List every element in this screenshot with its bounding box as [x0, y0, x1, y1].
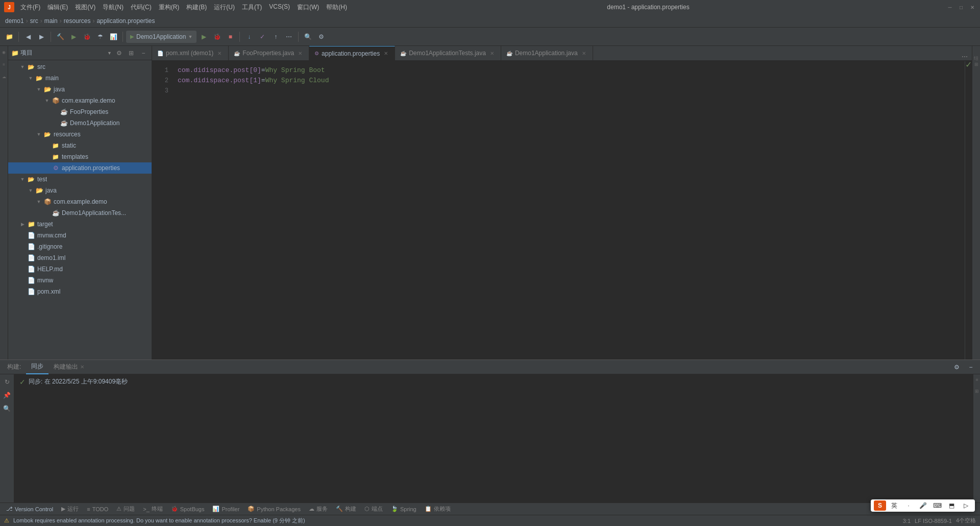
- menu-window[interactable]: 窗口(W): [294, 2, 322, 13]
- tree-item-src[interactable]: ▼ 📂 src: [8, 61, 152, 73]
- right-sidebar-icon-1[interactable]: 结: [972, 48, 981, 56]
- right-sidebar-icon-2[interactable]: ⊞: [972, 60, 981, 68]
- tab-demo1app[interactable]: ☕ Demo1Application.java ✕: [501, 46, 593, 60]
- status-indent[interactable]: 4个空格: [956, 517, 976, 524]
- menu-view[interactable]: 视图(V): [72, 2, 99, 13]
- tool-todo[interactable]: ≡ TODO: [83, 504, 112, 515]
- menu-code[interactable]: 代码(C): [128, 2, 155, 13]
- menu-build[interactable]: 构建(B): [183, 2, 210, 13]
- menu-navigate[interactable]: 导航(N): [100, 2, 127, 13]
- toolbar-settings-btn[interactable]: ⚙: [315, 31, 327, 43]
- menu-refactor[interactable]: 重构(R): [156, 2, 183, 13]
- tree-item-test[interactable]: ▼ 📂 test: [8, 174, 152, 185]
- tab-close-foo[interactable]: ✕: [297, 50, 304, 57]
- bottom-tab-build[interactable]: 构建:: [2, 360, 26, 374]
- tab-demo1tests[interactable]: ☕ Demo1ApplicationTests.java ✕: [395, 46, 501, 60]
- toolbar-back-btn[interactable]: ◀: [22, 31, 34, 43]
- ime-keyboard[interactable]: ⌨: [931, 500, 943, 511]
- tab-close-tests[interactable]: ✕: [488, 50, 496, 57]
- breadcrumb-resources[interactable]: resources: [64, 17, 91, 25]
- tree-item-app-props[interactable]: ▶ ⚙ application.properties: [8, 162, 152, 174]
- tree-item-static[interactable]: ▶ 📁 static: [8, 140, 152, 151]
- breadcrumb-current[interactable]: application.properties: [96, 17, 155, 25]
- toolbar-build-btn[interactable]: 🔨: [54, 31, 66, 43]
- tree-item-main[interactable]: ▼ 📂 main: [8, 73, 152, 84]
- tool-endpoints[interactable]: ⬡ 端点: [360, 504, 387, 515]
- toolbar-vcs-commit-btn[interactable]: ✓: [256, 31, 268, 43]
- tree-item-mvnwcmd[interactable]: 📄 mvnw.cmd: [8, 230, 152, 241]
- bottom-right-icon-2[interactable]: ⊞: [971, 386, 981, 397]
- toolbar-run-btn[interactable]: ▶: [67, 31, 80, 43]
- bottom-filter-btn[interactable]: 🔍: [2, 403, 13, 414]
- menu-help[interactable]: 帮助(H): [323, 2, 350, 13]
- tab-close-pom[interactable]: ✕: [216, 50, 223, 57]
- menu-tools[interactable]: 工具(T): [239, 2, 265, 13]
- tree-item-demo1iml[interactable]: 📄 demo1.iml: [8, 252, 152, 264]
- ime-mic[interactable]: 🎤: [917, 500, 929, 511]
- ime-settings2[interactable]: ⬒: [945, 500, 958, 511]
- tree-item-test-java[interactable]: ▼ 📂 java: [8, 185, 152, 196]
- tool-dependencies[interactable]: 📋 依赖项: [421, 504, 455, 515]
- tree-item-target[interactable]: ▶ 📁 target: [8, 219, 152, 230]
- toolbar-vcs-update-btn[interactable]: ↓: [243, 31, 255, 43]
- left-sidebar-icon-3[interactable]: ☁: [0, 73, 8, 81]
- tree-item-templates[interactable]: ▶ 📁 templates: [8, 151, 152, 162]
- toolbar-vcs-more-btn[interactable]: ⋯: [283, 31, 295, 43]
- bottom-pin-btn[interactable]: 📌: [2, 390, 13, 401]
- tree-item-resources[interactable]: ▼ 📂 resources: [8, 129, 152, 140]
- tool-spring[interactable]: 🍃 Spring: [387, 504, 421, 515]
- tree-item-pomxml[interactable]: 📄 pom.xml: [8, 286, 152, 297]
- panel-collapse-btn[interactable]: −: [138, 48, 149, 58]
- tool-services[interactable]: ☁ 服务: [305, 504, 332, 515]
- code-content[interactable]: com.didispace.post[0]=Why Spring Boot co…: [173, 61, 965, 360]
- run-config-selector[interactable]: ▶ Demo1Application ▼: [126, 31, 197, 43]
- tab-app-props[interactable]: ⚙ application.properties ✕: [309, 46, 395, 60]
- breadcrumb-main[interactable]: main: [44, 17, 58, 25]
- toolbar-coverage-btn[interactable]: ☂: [94, 31, 106, 43]
- tool-python-packages[interactable]: 📦 Python Packages: [243, 504, 305, 515]
- breadcrumb-src[interactable]: src: [30, 17, 38, 25]
- tool-spotbugs[interactable]: 🐞 SpotBugs: [167, 504, 209, 515]
- tool-build[interactable]: 🔨 构建: [332, 504, 360, 515]
- status-position[interactable]: 3:1: [903, 518, 911, 524]
- tree-item-mvnw[interactable]: 📄 mvnw: [8, 275, 152, 286]
- tree-item-demo1app[interactable]: ▶ ☕ Demo1Application: [8, 117, 152, 129]
- toolbar-debug-app-btn[interactable]: 🐞: [211, 31, 223, 43]
- tree-item-demo1tests[interactable]: ▶ ☕ Demo1ApplicationTes...: [8, 207, 152, 219]
- tree-item-package[interactable]: ▼ 📦 com.example.demo: [8, 95, 152, 106]
- tool-run[interactable]: ▶ 运行: [57, 504, 83, 515]
- tree-item-fooproperties[interactable]: ▶ ☕ FooProperties: [8, 106, 152, 117]
- toolbar-forward-btn[interactable]: ▶: [35, 31, 47, 43]
- breadcrumb-project[interactable]: demo1: [5, 17, 24, 25]
- toolbar-open-btn[interactable]: 📁: [3, 31, 15, 43]
- tab-more-btn[interactable]: ⋯: [958, 53, 972, 60]
- tree-item-gitignore[interactable]: 📄 .gitignore: [8, 241, 152, 252]
- ime-chinese[interactable]: 英: [888, 500, 900, 511]
- toolbar-run-app-btn[interactable]: ▶: [198, 31, 210, 43]
- left-sidebar-icon-2[interactable]: ≡: [0, 60, 8, 68]
- tool-problems[interactable]: ⚠ 问题: [112, 504, 139, 515]
- tool-terminal[interactable]: >_ 终端: [139, 504, 167, 515]
- tab-close-demo1app[interactable]: ✕: [580, 50, 587, 57]
- tool-version-control[interactable]: ⎇ Version Control: [2, 504, 57, 515]
- status-encoding[interactable]: LF ISO-8859-1: [915, 518, 952, 524]
- panel-settings-btn[interactable]: ⚙: [114, 48, 124, 58]
- toolbar-stop-btn[interactable]: ■: [224, 31, 236, 43]
- menu-file[interactable]: 文件(F): [17, 2, 43, 13]
- minimize-button[interactable]: ─: [946, 4, 953, 11]
- bottom-settings-btn[interactable]: ⚙: [950, 361, 963, 373]
- panel-layout-btn[interactable]: ⊞: [126, 48, 136, 58]
- tab-pom[interactable]: 📄 pom.xml (demo1) ✕: [152, 46, 229, 60]
- lombok-warning-text[interactable]: Lombok requires enabled annotation proce…: [13, 517, 305, 523]
- ime-dot[interactable]: ·: [902, 500, 915, 511]
- bottom-tab-buildoutput[interactable]: 构建输出 ✕: [48, 360, 89, 374]
- ime-more[interactable]: ▷: [960, 500, 972, 511]
- toolbar-profile-btn[interactable]: 📊: [107, 31, 119, 43]
- tab-fooproperties[interactable]: ☕ FooProperties.java ✕: [229, 46, 309, 60]
- menu-edit[interactable]: 编辑(E): [44, 2, 71, 13]
- menu-vcs[interactable]: VCS(S): [266, 2, 293, 13]
- tool-profiler[interactable]: 📊 Profiler: [208, 504, 243, 515]
- toolbar-debug-btn[interactable]: 🐞: [81, 31, 93, 43]
- tree-item-helpmd[interactable]: 📄 HELP.md: [8, 264, 152, 275]
- left-sidebar-icon-1[interactable]: ◉: [0, 48, 8, 56]
